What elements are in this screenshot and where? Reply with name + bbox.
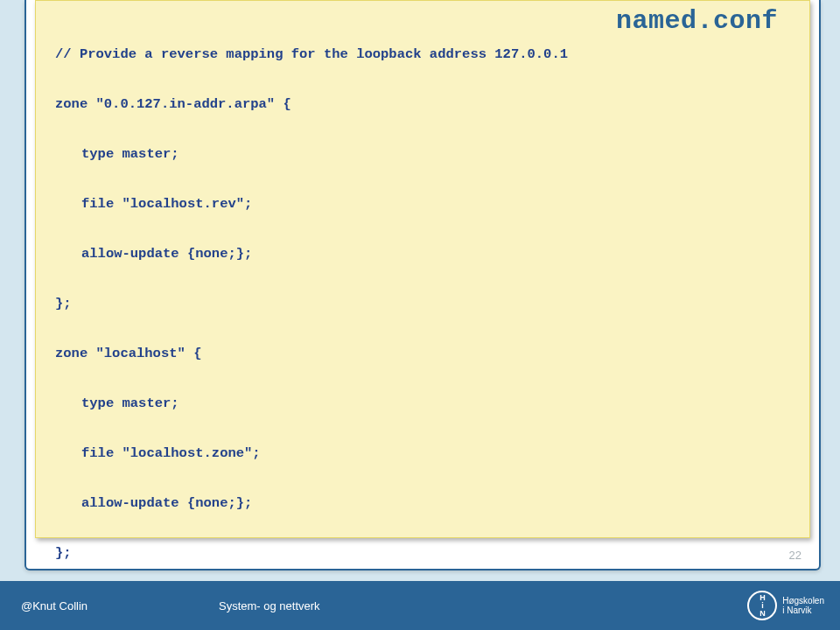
slide-title: named.conf [616,6,778,36]
school-logo-text: Høgskolen i Narvik [782,596,824,615]
code-line: allow-update {none;}; [55,491,790,516]
footer-course: System- og nettverk [219,599,320,612]
footer-bar: @Knut Collin System- og nettverk HiN Høg… [0,581,840,630]
code-line: zone "0.0.127.in-addr.arpa" { [55,92,790,117]
code-line: type master; [55,391,790,416]
code-line: type master; [55,142,790,167]
code-line: }; [55,541,790,566]
code-block: named.conf // Provide a reverse mapping … [35,0,810,538]
code-line: file "localhost.zone"; [55,441,790,466]
school-logo-icon: HiN [747,591,777,620]
code-line: zone "localhost" { [55,341,790,367]
footer-author: @Knut Collin [0,599,219,612]
code-line: // Provide a reverse mapping for the loo… [55,42,790,67]
code-line: allow-update {none;}; [55,242,790,267]
code-line: file "localhost.rev"; [55,192,790,217]
code-content: // Provide a reverse mapping for the loo… [55,17,790,630]
footer-logo: HiN Høgskolen i Narvik [747,591,840,620]
page-number: 22 [789,549,802,562]
code-line: }; [55,291,790,317]
